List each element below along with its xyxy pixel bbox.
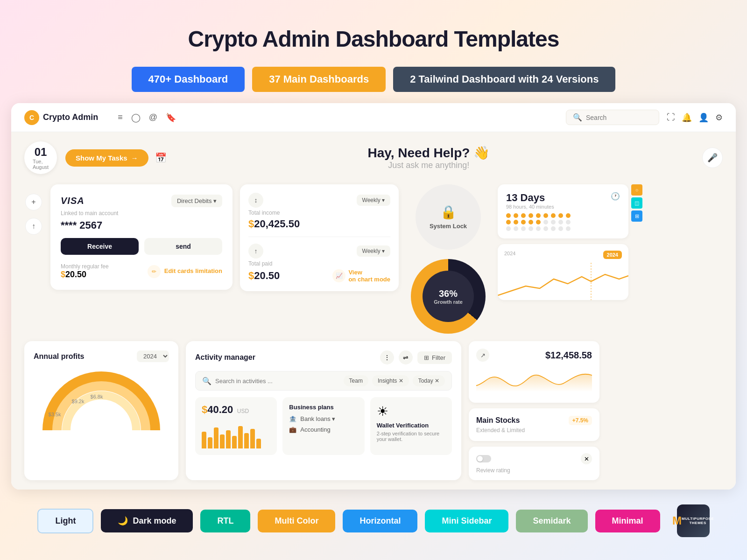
bar (244, 433, 249, 448)
dot-grid (506, 213, 620, 231)
activity-search[interactable]: 🔍 Team Insights ✕ Today ✕ (195, 371, 452, 391)
menu-icon[interactable]: ≡ (118, 112, 123, 123)
accounting-icon: 💼 (289, 426, 296, 433)
logo-text: Crypto Admin (43, 112, 98, 122)
theme-bar: Light 🌙 Dark mode RTL Multi Color Horizo… (0, 497, 747, 545)
close-button[interactable]: ✕ (581, 453, 592, 464)
dot (536, 213, 541, 218)
mini-chart-card: 2024 2024 (498, 244, 628, 300)
annual-profits-card: Annual profits 202420232022 (24, 341, 178, 480)
settings-icon[interactable]: ⚙ (715, 112, 723, 123)
more-options-button[interactable]: ⋮ (380, 350, 394, 364)
filter-icon: ⊞ (424, 354, 429, 361)
dot (521, 220, 526, 224)
share-icon[interactable]: ↗ (476, 349, 489, 362)
business-plans-card: Business plans 🏦 Bank loans ▾ 💼 Accounti… (282, 397, 364, 455)
direct-debits-button[interactable]: Direct Debits ▾ (171, 195, 222, 207)
bottom-grid: Annual profits 202420232022 (24, 341, 723, 480)
tag-team[interactable]: Team (344, 375, 368, 386)
badge-tailwind: 2 Tailwind Dashboard with 24 Versions (393, 67, 615, 92)
calendar-icon[interactable]: 📅 (155, 152, 167, 163)
theme-horizontal-button[interactable]: Horizontal (343, 510, 417, 532)
filter-button[interactable]: ⊞ Filter (417, 351, 452, 364)
paid-icon: ↑ (248, 244, 263, 259)
show-tasks-button[interactable]: Show My Tasks → (65, 149, 148, 167)
total-paid-label: Total paid (248, 260, 390, 267)
bank-icon: 🏦 (289, 415, 296, 422)
dot (514, 226, 518, 231)
theme-semidark-button[interactable]: Semidark (516, 510, 587, 532)
visa-card: VISA Direct Debits ▾ Linked to main acco… (50, 184, 233, 290)
dot (551, 226, 556, 231)
toggle-track (476, 455, 491, 462)
date-day: 01 (35, 146, 47, 159)
bookmark-icon[interactable]: 🔖 (166, 112, 176, 123)
dot (543, 226, 548, 231)
mic-button[interactable]: 🎤 (702, 147, 723, 168)
search-bar[interactable]: 🔍 (566, 110, 659, 125)
activity-title: Activity manager (195, 353, 255, 362)
monthly-fee-label: Monthly regular fee (61, 263, 109, 270)
add-button[interactable]: + (25, 194, 42, 210)
card-subtitle: Linked to main account (61, 210, 222, 217)
at-icon[interactable]: @ (149, 112, 157, 123)
annual-title: Annual profits (34, 352, 84, 361)
share-button[interactable]: ↑ (25, 218, 42, 235)
svg-text:$3.5k: $3.5k (49, 412, 61, 417)
receive-button[interactable]: Receive (61, 238, 139, 255)
greeting-title: Hay, Need Help? 👋 (167, 145, 691, 161)
moon-icon: 🌙 (118, 516, 128, 526)
days-card-top: 13 Days 98 hours, 40 minutes 🕐 (506, 192, 620, 210)
wallet-verify-card: ☀ Wallet Verification 2-step verificatio… (370, 397, 452, 455)
search-input[interactable] (586, 114, 652, 121)
bar (226, 430, 231, 448)
system-lock-label: System Lock (430, 223, 467, 230)
bank-loans-label: Bank loans ▾ (300, 415, 335, 422)
dot (506, 226, 511, 231)
bell-icon[interactable]: 🔔 (682, 112, 692, 123)
dot (551, 213, 556, 218)
theme-multi-button[interactable]: Multi Color (258, 510, 335, 532)
fullscreen-icon[interactable]: ⛶ (667, 112, 675, 123)
send-button[interactable]: send (144, 238, 222, 255)
view-chart-link[interactable]: 📈 Viewon chart mode (332, 269, 390, 283)
mini-chart-svg (498, 263, 628, 300)
vri-teal-button[interactable]: ◫ (631, 197, 642, 209)
weekly-button-income[interactable]: Weekly ▾ (357, 195, 390, 206)
brand-logo: M MULTIPURPOSETHEMES (677, 504, 710, 537)
weekly-button-paid[interactable]: Weekly ▾ (357, 245, 390, 257)
year-select[interactable]: 202420232022 (137, 350, 169, 362)
vri-blue-button[interactable]: ⊞ (631, 210, 642, 222)
monthly-amount: $20.50 (61, 270, 109, 280)
growth-percent: 36% (439, 288, 458, 299)
days-sub: 98 hours, 40 minutes (506, 204, 554, 210)
dashboard-wrapper: C Crypto Admin ≡ ◯ @ 🔖 🔍 ⛶ 🔔 👤 ⚙ (11, 103, 736, 490)
theme-dark-button[interactable]: 🌙 Dark mode (101, 509, 193, 532)
chat-icon[interactable]: ◯ (131, 112, 141, 123)
dot (558, 220, 563, 224)
theme-rtl-button[interactable]: RTL (200, 510, 250, 532)
theme-light-button[interactable]: Light (37, 509, 93, 533)
theme-mini-button[interactable]: Mini Sidebar (425, 510, 508, 532)
business-plans-title: Business plans (289, 404, 358, 411)
vri-orange-button[interactable]: ○ (631, 184, 642, 196)
activity-search-input[interactable] (215, 378, 340, 385)
annual-header: Annual profits 202420232022 (34, 350, 169, 362)
theme-minimal-button[interactable]: Minimal (595, 510, 660, 532)
view-chart-label: Viewon chart mode (348, 269, 390, 283)
growth-label: Growth rate (434, 299, 463, 305)
columns-button[interactable]: ⇌ (399, 350, 413, 364)
greeting-area: Hay, Need Help? 👋 Just ask me anything! (167, 145, 691, 170)
bar (232, 436, 237, 448)
tag-insights[interactable]: Insights ✕ (372, 375, 409, 386)
nav-right: 🔍 ⛶ 🔔 👤 ⚙ (566, 110, 723, 125)
tag-today[interactable]: Today ✕ (413, 375, 445, 386)
bar (256, 439, 261, 448)
user-icon[interactable]: 👤 (698, 112, 709, 123)
edit-icon[interactable]: ✏ (148, 265, 161, 278)
edit-link[interactable]: Edit cards limitation (164, 267, 222, 275)
main-grid: + ↑ VISA Direct Debits ▾ Linked to main … (24, 184, 723, 334)
toggle-switch[interactable] (476, 455, 491, 462)
dot (529, 213, 533, 218)
dot (521, 213, 526, 218)
